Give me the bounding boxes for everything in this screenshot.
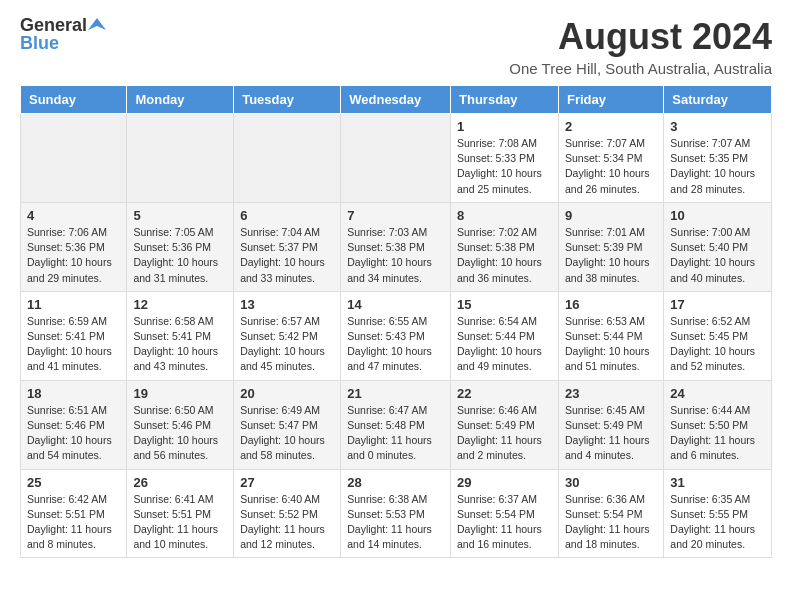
- day-detail: Sunrise: 6:38 AMSunset: 5:53 PMDaylight:…: [347, 492, 444, 553]
- col-sunday: Sunday: [21, 86, 127, 114]
- day-detail: Sunrise: 6:50 AMSunset: 5:46 PMDaylight:…: [133, 403, 227, 464]
- table-row: 21 Sunrise: 6:47 AMSunset: 5:48 PMDaylig…: [341, 380, 451, 469]
- table-row: 5 Sunrise: 7:05 AMSunset: 5:36 PMDayligh…: [127, 202, 234, 291]
- day-detail: Sunrise: 6:37 AMSunset: 5:54 PMDaylight:…: [457, 492, 552, 553]
- table-row: 8 Sunrise: 7:02 AMSunset: 5:38 PMDayligh…: [451, 202, 559, 291]
- day-number: 3: [670, 119, 765, 134]
- day-number: 29: [457, 475, 552, 490]
- day-detail: Sunrise: 6:41 AMSunset: 5:51 PMDaylight:…: [133, 492, 227, 553]
- day-number: 25: [27, 475, 120, 490]
- table-row: 22 Sunrise: 6:46 AMSunset: 5:49 PMDaylig…: [451, 380, 559, 469]
- table-row: 23 Sunrise: 6:45 AMSunset: 5:49 PMDaylig…: [558, 380, 663, 469]
- table-row: 15 Sunrise: 6:54 AMSunset: 5:44 PMDaylig…: [451, 291, 559, 380]
- day-detail: Sunrise: 6:49 AMSunset: 5:47 PMDaylight:…: [240, 403, 334, 464]
- logo: General Blue: [20, 16, 106, 52]
- table-row: 10 Sunrise: 7:00 AMSunset: 5:40 PMDaylig…: [664, 202, 772, 291]
- day-detail: Sunrise: 6:51 AMSunset: 5:46 PMDaylight:…: [27, 403, 120, 464]
- table-row: 11 Sunrise: 6:59 AMSunset: 5:41 PMDaylig…: [21, 291, 127, 380]
- day-number: 5: [133, 208, 227, 223]
- day-number: 12: [133, 297, 227, 312]
- table-row: 2 Sunrise: 7:07 AMSunset: 5:34 PMDayligh…: [558, 114, 663, 203]
- day-number: 16: [565, 297, 657, 312]
- calendar-table: Sunday Monday Tuesday Wednesday Thursday…: [20, 85, 772, 558]
- day-number: 9: [565, 208, 657, 223]
- calendar-week-row: 4 Sunrise: 7:06 AMSunset: 5:36 PMDayligh…: [21, 202, 772, 291]
- logo-general-text: General: [20, 16, 87, 34]
- calendar-week-row: 18 Sunrise: 6:51 AMSunset: 5:46 PMDaylig…: [21, 380, 772, 469]
- day-number: 23: [565, 386, 657, 401]
- table-row: 31 Sunrise: 6:35 AMSunset: 5:55 PMDaylig…: [664, 469, 772, 558]
- day-number: 6: [240, 208, 334, 223]
- location-subtitle: One Tree Hill, South Australia, Australi…: [509, 60, 772, 77]
- day-number: 31: [670, 475, 765, 490]
- day-detail: Sunrise: 6:40 AMSunset: 5:52 PMDaylight:…: [240, 492, 334, 553]
- table-row: 20 Sunrise: 6:49 AMSunset: 5:47 PMDaylig…: [234, 380, 341, 469]
- table-row: [234, 114, 341, 203]
- col-monday: Monday: [127, 86, 234, 114]
- table-row: 25 Sunrise: 6:42 AMSunset: 5:51 PMDaylig…: [21, 469, 127, 558]
- table-row: 14 Sunrise: 6:55 AMSunset: 5:43 PMDaylig…: [341, 291, 451, 380]
- table-row: 16 Sunrise: 6:53 AMSunset: 5:44 PMDaylig…: [558, 291, 663, 380]
- table-row: [21, 114, 127, 203]
- table-row: 28 Sunrise: 6:38 AMSunset: 5:53 PMDaylig…: [341, 469, 451, 558]
- day-detail: Sunrise: 7:06 AMSunset: 5:36 PMDaylight:…: [27, 225, 120, 286]
- day-detail: Sunrise: 7:03 AMSunset: 5:38 PMDaylight:…: [347, 225, 444, 286]
- day-number: 26: [133, 475, 227, 490]
- day-detail: Sunrise: 6:45 AMSunset: 5:49 PMDaylight:…: [565, 403, 657, 464]
- day-detail: Sunrise: 6:46 AMSunset: 5:49 PMDaylight:…: [457, 403, 552, 464]
- calendar-week-row: 11 Sunrise: 6:59 AMSunset: 5:41 PMDaylig…: [21, 291, 772, 380]
- day-number: 13: [240, 297, 334, 312]
- day-detail: Sunrise: 6:53 AMSunset: 5:44 PMDaylight:…: [565, 314, 657, 375]
- table-row: [127, 114, 234, 203]
- col-wednesday: Wednesday: [341, 86, 451, 114]
- day-detail: Sunrise: 6:57 AMSunset: 5:42 PMDaylight:…: [240, 314, 334, 375]
- table-row: 24 Sunrise: 6:44 AMSunset: 5:50 PMDaylig…: [664, 380, 772, 469]
- day-detail: Sunrise: 7:07 AMSunset: 5:34 PMDaylight:…: [565, 136, 657, 197]
- day-detail: Sunrise: 6:44 AMSunset: 5:50 PMDaylight:…: [670, 403, 765, 464]
- day-number: 22: [457, 386, 552, 401]
- day-detail: Sunrise: 6:55 AMSunset: 5:43 PMDaylight:…: [347, 314, 444, 375]
- day-detail: Sunrise: 7:02 AMSunset: 5:38 PMDaylight:…: [457, 225, 552, 286]
- day-detail: Sunrise: 6:47 AMSunset: 5:48 PMDaylight:…: [347, 403, 444, 464]
- svg-marker-0: [88, 18, 106, 30]
- logo-bird-icon: [88, 16, 106, 34]
- day-detail: Sunrise: 6:42 AMSunset: 5:51 PMDaylight:…: [27, 492, 120, 553]
- day-number: 15: [457, 297, 552, 312]
- day-number: 18: [27, 386, 120, 401]
- day-number: 10: [670, 208, 765, 223]
- table-row: 27 Sunrise: 6:40 AMSunset: 5:52 PMDaylig…: [234, 469, 341, 558]
- calendar-week-row: 25 Sunrise: 6:42 AMSunset: 5:51 PMDaylig…: [21, 469, 772, 558]
- day-detail: Sunrise: 7:08 AMSunset: 5:33 PMDaylight:…: [457, 136, 552, 197]
- col-friday: Friday: [558, 86, 663, 114]
- day-detail: Sunrise: 7:05 AMSunset: 5:36 PMDaylight:…: [133, 225, 227, 286]
- day-detail: Sunrise: 7:01 AMSunset: 5:39 PMDaylight:…: [565, 225, 657, 286]
- day-detail: Sunrise: 7:07 AMSunset: 5:35 PMDaylight:…: [670, 136, 765, 197]
- day-number: 2: [565, 119, 657, 134]
- day-detail: Sunrise: 6:59 AMSunset: 5:41 PMDaylight:…: [27, 314, 120, 375]
- col-tuesday: Tuesday: [234, 86, 341, 114]
- calendar-week-row: 1 Sunrise: 7:08 AMSunset: 5:33 PMDayligh…: [21, 114, 772, 203]
- day-detail: Sunrise: 6:35 AMSunset: 5:55 PMDaylight:…: [670, 492, 765, 553]
- day-number: 11: [27, 297, 120, 312]
- table-row: 6 Sunrise: 7:04 AMSunset: 5:37 PMDayligh…: [234, 202, 341, 291]
- day-number: 19: [133, 386, 227, 401]
- day-number: 24: [670, 386, 765, 401]
- day-number: 17: [670, 297, 765, 312]
- col-thursday: Thursday: [451, 86, 559, 114]
- day-detail: Sunrise: 6:36 AMSunset: 5:54 PMDaylight:…: [565, 492, 657, 553]
- table-row: 9 Sunrise: 7:01 AMSunset: 5:39 PMDayligh…: [558, 202, 663, 291]
- title-section: August 2024 One Tree Hill, South Austral…: [509, 16, 772, 77]
- table-row: [341, 114, 451, 203]
- calendar-header-row: Sunday Monday Tuesday Wednesday Thursday…: [21, 86, 772, 114]
- day-number: 4: [27, 208, 120, 223]
- day-detail: Sunrise: 6:58 AMSunset: 5:41 PMDaylight:…: [133, 314, 227, 375]
- table-row: 29 Sunrise: 6:37 AMSunset: 5:54 PMDaylig…: [451, 469, 559, 558]
- table-row: 30 Sunrise: 6:36 AMSunset: 5:54 PMDaylig…: [558, 469, 663, 558]
- col-saturday: Saturday: [664, 86, 772, 114]
- table-row: 3 Sunrise: 7:07 AMSunset: 5:35 PMDayligh…: [664, 114, 772, 203]
- day-number: 14: [347, 297, 444, 312]
- day-number: 7: [347, 208, 444, 223]
- day-number: 8: [457, 208, 552, 223]
- table-row: 13 Sunrise: 6:57 AMSunset: 5:42 PMDaylig…: [234, 291, 341, 380]
- table-row: 18 Sunrise: 6:51 AMSunset: 5:46 PMDaylig…: [21, 380, 127, 469]
